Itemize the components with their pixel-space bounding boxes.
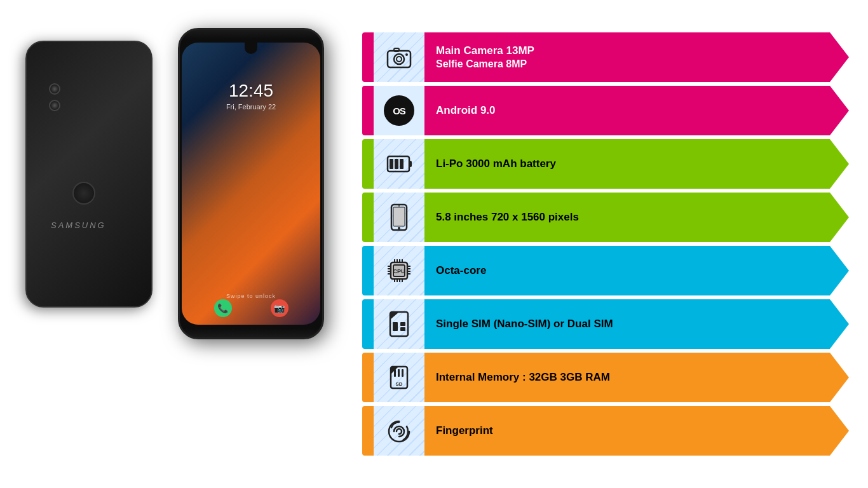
icon-box-cpu: CPU — [374, 246, 424, 295]
spec-row-battery: Li-Po 3000 mAh battery — [362, 139, 849, 189]
display-spec-text: 5.8 inches 720 x 1560 pixels — [436, 211, 579, 224]
fingerprint-spec-text: Fingerprint — [436, 424, 493, 437]
screen-bottom-bar: 📞 📷 — [182, 299, 320, 317]
svg-marker-34 — [390, 312, 399, 320]
svg-point-4 — [405, 53, 408, 56]
accent-display — [362, 193, 374, 242]
label-box-camera: Main Camera 13MP Selfie Camera 8MP — [424, 32, 849, 82]
memory-spec-text: Internal Memory : 32GB 3GB RAM — [436, 371, 610, 384]
accent-camera — [362, 32, 374, 82]
specs-section: Main Camera 13MP Selfie Camera 8MP OS An… — [356, 0, 868, 488]
label-box-cpu: Octa-core — [424, 246, 849, 295]
spec-row-memory: SD Internal Memory : 32GB 3GB RAM — [362, 353, 849, 402]
svg-rect-3 — [394, 48, 399, 51]
call-icon: 📞 — [214, 299, 232, 317]
phone-image: SAMSUNG 12:45 Fri, February 22 Swipe to … — [13, 15, 343, 473]
svg-text:CPU: CPU — [393, 268, 405, 274]
camera-lens-1 — [49, 83, 60, 95]
screen-date: Fri, February 22 — [182, 103, 320, 111]
phone-screen: 12:45 Fri, February 22 Swipe to unlock 📞… — [182, 43, 320, 325]
accent-cpu — [362, 246, 374, 295]
icon-box-display — [374, 193, 424, 242]
icon-box-memory: SD — [374, 353, 424, 402]
svg-rect-36 — [400, 322, 405, 326]
accent-sim — [362, 299, 374, 349]
camera-line2: Selfie Camera 8MP — [436, 58, 534, 71]
fingerprint-icon — [383, 415, 415, 447]
spec-row-display: 5.8 inches 720 x 1560 pixels — [362, 193, 849, 242]
accent-fingerprint — [362, 406, 374, 456]
spec-row-cpu: CPU — [362, 246, 849, 295]
spec-row-os: OS Android 9.0 — [362, 86, 849, 135]
cpu-spec-text: Octa-core — [436, 264, 486, 277]
sim-icon — [385, 308, 413, 340]
accent-os — [362, 86, 374, 135]
camera-icon-screen: 📷 — [271, 299, 288, 317]
label-box-fingerprint: Fingerprint — [424, 406, 849, 456]
battery-icon — [384, 149, 414, 179]
brand-text: SAMSUNG — [51, 220, 106, 230]
spec-row-camera: Main Camera 13MP Selfie Camera 8MP — [362, 32, 849, 82]
svg-point-2 — [397, 57, 402, 62]
icon-box-fingerprint — [374, 406, 424, 456]
os-spec-text: Android 9.0 — [436, 104, 496, 117]
label-box-battery: Li-Po 3000 mAh battery — [424, 139, 849, 189]
spec-row-sim: Single SIM (Nano-SIM) or Dual SIM — [362, 299, 849, 349]
label-box-display: 5.8 inches 720 x 1560 pixels — [424, 193, 849, 242]
battery-spec-text: Li-Po 3000 mAh battery — [436, 158, 556, 170]
accent-battery — [362, 139, 374, 189]
back-cameras — [49, 83, 60, 111]
screen-unlock: Swipe to unlock — [182, 293, 320, 299]
svg-text:SD: SD — [395, 381, 402, 387]
phone-section: SAMSUNG 12:45 Fri, February 22 Swipe to … — [0, 0, 356, 488]
cpu-icon: CPU — [383, 255, 415, 287]
svg-rect-11 — [393, 207, 405, 226]
icon-box-battery — [374, 139, 424, 189]
phone-back: SAMSUNG — [25, 41, 153, 308]
svg-rect-41 — [398, 369, 400, 377]
fingerprint-sensor-back — [72, 182, 95, 205]
label-box-sim: Single SIM (Nano-SIM) or Dual SIM — [424, 299, 849, 349]
sim-spec-text: Single SIM (Nano-SIM) or Dual SIM — [436, 318, 613, 330]
camera-lens-2 — [49, 100, 60, 111]
svg-rect-40 — [394, 369, 396, 377]
svg-point-12 — [398, 227, 400, 229]
screen-time: 12:45 — [182, 81, 320, 101]
icon-box-os: OS — [374, 86, 424, 135]
svg-rect-35 — [393, 322, 398, 331]
sd-icon: SD — [386, 362, 412, 393]
icon-box-sim — [374, 299, 424, 349]
svg-rect-8 — [395, 159, 398, 169]
svg-rect-6 — [409, 161, 412, 167]
phone-front: 12:45 Fri, February 22 Swipe to unlock 📞… — [178, 28, 324, 339]
icon-box-camera — [374, 32, 424, 82]
display-icon — [386, 202, 412, 233]
os-icon: OS — [384, 95, 414, 126]
svg-rect-9 — [400, 159, 403, 169]
camera-line1: Main Camera 13MP — [436, 44, 534, 58]
svg-rect-7 — [390, 159, 393, 169]
label-box-memory: Internal Memory : 32GB 3GB RAM — [424, 353, 849, 402]
camera-icon — [384, 42, 414, 72]
camera-spec-text: Main Camera 13MP Selfie Camera 8MP — [436, 44, 534, 71]
svg-point-13 — [398, 205, 400, 207]
svg-point-1 — [394, 54, 404, 64]
svg-rect-42 — [402, 369, 403, 377]
svg-rect-37 — [400, 327, 405, 331]
screen-notch — [245, 43, 257, 54]
spec-row-fingerprint: Fingerprint — [362, 406, 849, 456]
accent-memory — [362, 353, 374, 402]
label-box-os: Android 9.0 — [424, 86, 849, 135]
